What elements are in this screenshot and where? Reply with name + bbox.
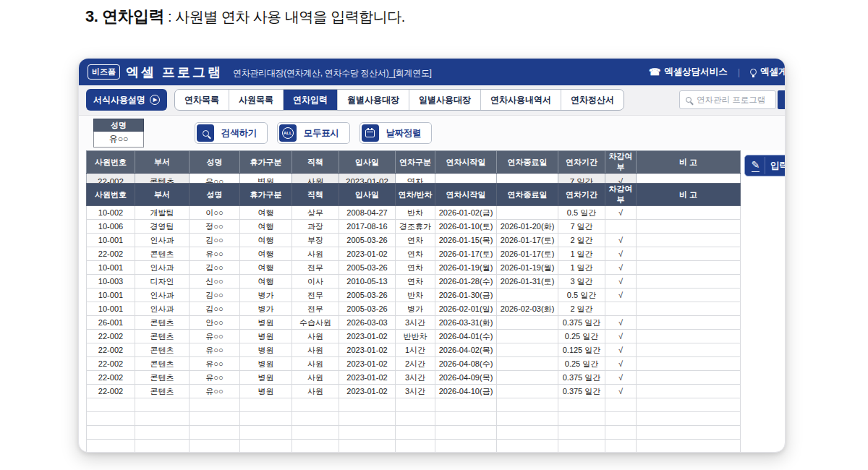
tab-item-1[interactable]: 사원목록 bbox=[229, 90, 284, 110]
table-cell[interactable] bbox=[637, 302, 741, 316]
table-cell[interactable]: 콘텐츠 bbox=[135, 371, 190, 385]
table-cell[interactable] bbox=[497, 343, 558, 357]
table-cell[interactable]: 22-002 bbox=[87, 357, 135, 371]
table-cell[interactable]: 사원 bbox=[292, 247, 339, 261]
empty-cell[interactable] bbox=[87, 426, 135, 440]
tab-item-3[interactable]: 월별사용대장 bbox=[338, 90, 409, 110]
table-cell[interactable]: 과장 bbox=[292, 220, 339, 234]
table-cell[interactable]: 0.375 일간 bbox=[558, 385, 605, 398]
empty-cell[interactable] bbox=[87, 412, 135, 426]
empty-cell[interactable] bbox=[339, 426, 396, 440]
table-cell[interactable] bbox=[605, 220, 637, 234]
table-cell[interactable]: 사원 bbox=[292, 385, 339, 398]
table-cell[interactable]: 콘텐츠 bbox=[135, 343, 190, 357]
table-cell[interactable]: 0.25 일간 bbox=[558, 357, 605, 371]
table-cell[interactable] bbox=[637, 247, 741, 261]
table-cell[interactable]: 2005-03-26 bbox=[339, 261, 396, 275]
search-button[interactable]: 검색하기 bbox=[195, 122, 268, 144]
table-cell[interactable] bbox=[497, 330, 558, 343]
tab-item-2[interactable]: 연차입력 bbox=[284, 90, 338, 110]
table-cell[interactable]: 2026-01-28(수) bbox=[435, 275, 497, 289]
table-cell[interactable]: 2 일간 bbox=[558, 302, 605, 316]
empty-cell[interactable] bbox=[637, 440, 741, 453]
empty-cell[interactable] bbox=[497, 440, 558, 453]
excel-board-link[interactable]: 엑셀게 bbox=[750, 66, 786, 78]
table-cell[interactable]: 2010-05-13 bbox=[339, 275, 396, 289]
table-cell[interactable]: 3시간 bbox=[396, 316, 435, 330]
table-cell[interactable]: 병원 bbox=[240, 371, 292, 385]
table-cell[interactable]: 연차 bbox=[396, 234, 435, 247]
search-go-button[interactable] bbox=[778, 90, 786, 109]
table-cell[interactable]: 인사과 bbox=[135, 302, 190, 316]
table-cell[interactable] bbox=[637, 234, 741, 247]
table-cell[interactable]: 이○○ bbox=[190, 206, 240, 220]
table-cell[interactable] bbox=[497, 385, 558, 398]
empty-cell[interactable] bbox=[339, 412, 396, 426]
table-cell[interactable]: 여행 bbox=[240, 234, 292, 247]
table-cell[interactable]: 유○○ bbox=[190, 385, 240, 398]
date-sort-button[interactable]: 날짜정렬 bbox=[359, 122, 433, 144]
table-cell[interactable]: 1 일간 bbox=[558, 261, 605, 275]
empty-cell[interactable] bbox=[190, 426, 240, 440]
table-cell[interactable]: 0.375 일간 bbox=[558, 316, 605, 330]
table-cell[interactable]: 디자인 bbox=[135, 275, 190, 289]
empty-cell[interactable] bbox=[292, 398, 339, 412]
table-cell[interactable] bbox=[497, 371, 558, 385]
table-cell[interactable]: 병원 bbox=[240, 330, 292, 343]
table-cell[interactable]: 2008-04-27 bbox=[339, 206, 396, 220]
empty-cell[interactable] bbox=[435, 398, 497, 412]
empty-cell[interactable] bbox=[396, 398, 435, 412]
table-cell[interactable]: 2005-03-26 bbox=[339, 234, 396, 247]
empty-cell[interactable] bbox=[637, 398, 741, 412]
table-cell[interactable]: 2026-02-01(일) bbox=[435, 302, 497, 316]
table-cell[interactable]: 전무 bbox=[292, 289, 339, 302]
table-cell[interactable]: 콘텐츠 bbox=[135, 330, 190, 343]
tab-item-4[interactable]: 일별사용대장 bbox=[409, 90, 481, 110]
table-cell[interactable]: 연차 bbox=[396, 261, 435, 275]
table-cell[interactable]: 유○○ bbox=[190, 247, 240, 261]
table-cell[interactable]: 수습사원 bbox=[292, 316, 339, 330]
table-cell[interactable]: 2026-04-02(목) bbox=[435, 343, 497, 357]
tab-item-5[interactable]: 연차사용내역서 bbox=[481, 90, 561, 110]
table-cell[interactable]: 반차 bbox=[396, 289, 435, 302]
empty-cell[interactable] bbox=[497, 426, 558, 440]
table-cell[interactable]: 10-002 bbox=[87, 206, 135, 220]
empty-cell[interactable] bbox=[605, 440, 637, 453]
empty-cell[interactable] bbox=[497, 412, 558, 426]
table-cell[interactable]: 유○○ bbox=[190, 343, 240, 357]
table-cell[interactable]: √ bbox=[605, 275, 637, 289]
table-cell[interactable]: √ bbox=[605, 343, 637, 357]
table-cell[interactable]: 2026-01-15(목) bbox=[435, 234, 497, 247]
table-cell[interactable] bbox=[605, 302, 637, 316]
table-cell[interactable]: 경조휴가 bbox=[396, 220, 435, 234]
table-cell[interactable]: 0.125 일간 bbox=[558, 343, 605, 357]
excel-consult-link[interactable]: ☎ 엑셀상담서비스 bbox=[649, 66, 728, 78]
table-cell[interactable] bbox=[637, 206, 741, 220]
table-cell[interactable]: 10-001 bbox=[87, 234, 135, 247]
empty-cell[interactable] bbox=[87, 440, 135, 453]
empty-cell[interactable] bbox=[292, 426, 339, 440]
table-cell[interactable]: 3시간 bbox=[396, 371, 435, 385]
empty-cell[interactable] bbox=[637, 412, 741, 426]
table-cell[interactable]: √ bbox=[605, 234, 637, 247]
empty-cell[interactable] bbox=[396, 440, 435, 453]
search-input[interactable] bbox=[697, 95, 765, 104]
table-cell[interactable]: 병가 bbox=[240, 302, 292, 316]
table-cell[interactable] bbox=[637, 357, 741, 371]
table-cell[interactable]: 상무 bbox=[292, 206, 339, 220]
table-cell[interactable] bbox=[637, 289, 741, 302]
table-cell[interactable]: 사원 bbox=[292, 371, 339, 385]
empty-cell[interactable] bbox=[637, 426, 741, 440]
table-cell[interactable]: 여행 bbox=[240, 247, 292, 261]
table-cell[interactable]: 22-002 bbox=[87, 330, 135, 343]
table-cell[interactable]: 10-006 bbox=[87, 220, 135, 234]
table-cell[interactable]: 정○○ bbox=[190, 220, 240, 234]
table-cell[interactable]: 사원 bbox=[292, 343, 339, 357]
table-cell[interactable]: 0.25 일간 bbox=[558, 330, 605, 343]
empty-cell[interactable] bbox=[396, 412, 435, 426]
table-cell[interactable]: 사원 bbox=[292, 357, 339, 371]
table-cell[interactable]: 김○○ bbox=[190, 289, 240, 302]
table-cell[interactable]: 10-001 bbox=[87, 302, 135, 316]
table-cell[interactable]: 2026-01-31(토) bbox=[497, 275, 558, 289]
table-cell[interactable] bbox=[637, 275, 741, 289]
